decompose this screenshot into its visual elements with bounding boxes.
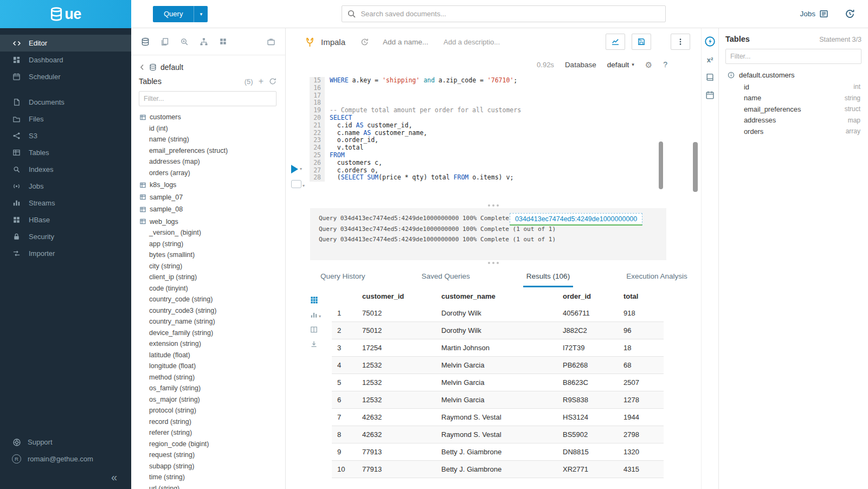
tree-item[interactable]: name (string): [139, 134, 277, 145]
sidebar-item-s3[interactable]: S3: [0, 127, 131, 144]
tree-item[interactable]: country_code3 (string): [139, 305, 277, 317]
query-name-input[interactable]: [383, 38, 441, 46]
download-icon[interactable]: [310, 340, 318, 348]
results-column-header[interactable]: total: [618, 287, 664, 305]
column-item[interactable]: name string: [725, 93, 861, 104]
tree-item[interactable]: addresses (map): [139, 156, 277, 168]
support-link[interactable]: Support: [0, 434, 131, 451]
tree-item[interactable]: sample_08: [139, 204, 277, 215]
database-select[interactable]: default: [607, 61, 634, 69]
tree-item[interactable]: subapp (string): [139, 461, 277, 472]
editor-menu-button[interactable]: [291, 180, 305, 188]
tree-item[interactable]: k8s_logs: [139, 179, 277, 191]
column-item[interactable]: id int: [725, 81, 861, 93]
functions-icon[interactable]: x²: [707, 56, 713, 64]
tree-item[interactable]: record (string): [139, 416, 277, 428]
code-line[interactable]: 20SELECT: [310, 114, 701, 122]
query-id-popover[interactable]: 034d413ec7474ed5:4249de1000000000: [510, 213, 642, 226]
save-button[interactable]: [632, 34, 651, 50]
execute-options-caret[interactable]: [300, 167, 302, 171]
documents-assist-icon[interactable]: [160, 37, 169, 46]
columns-view-icon[interactable]: [310, 326, 318, 333]
sidebar-item-indexes[interactable]: Indexes: [0, 161, 131, 178]
grid-view-icon[interactable]: [310, 296, 318, 304]
tree-item[interactable]: customers: [139, 112, 277, 123]
tree-item[interactable]: web_logs: [139, 216, 277, 228]
collapse-sidebar-button[interactable]: «: [111, 472, 117, 482]
query-button[interactable]: Query: [153, 6, 194, 22]
sitemap-icon[interactable]: [200, 37, 208, 46]
user-account-link[interactable]: R romain@gethue.com: [0, 451, 131, 467]
sidebar-item-tables[interactable]: Tables: [0, 144, 131, 161]
query-history-icon[interactable]: [845, 9, 855, 19]
code-line[interactable]: 24 v.total: [310, 144, 701, 152]
database-breadcrumb[interactable]: default: [139, 63, 277, 72]
results-column-header[interactable]: customer_id: [357, 287, 436, 305]
tree-item[interactable]: country_code (string): [139, 294, 277, 305]
jobs-link[interactable]: Jobs: [800, 9, 828, 18]
sql-editor[interactable]: 15WHERE a.key = 'shipping' and a.zip_cod…: [286, 74, 701, 203]
sidebar-item-hbase[interactable]: HBase: [0, 211, 131, 228]
tree-item[interactable]: method (string): [139, 372, 277, 383]
sidebar-item-dashboard[interactable]: Dashboard: [0, 52, 131, 68]
results-column-header[interactable]: customer_name: [436, 287, 557, 305]
tables-filter-input[interactable]: [139, 91, 277, 106]
search-plus-icon[interactable]: [180, 37, 189, 46]
tree-item[interactable]: extension (string): [139, 338, 277, 350]
code-line[interactable]: 21 c.id AS customer_id,: [310, 122, 701, 130]
tab-query-history[interactable]: Query History: [317, 272, 369, 287]
tab-execution-analysis[interactable]: Execution Analysis: [623, 272, 691, 287]
code-line[interactable]: 27 c.orders o,: [310, 167, 701, 175]
tree-item[interactable]: referer (string): [139, 427, 277, 439]
execute-button[interactable]: [291, 165, 302, 173]
code-line[interactable]: 28 (SELECT SUM(price * qty) total FROM o…: [310, 174, 701, 182]
tree-item[interactable]: email_preferences (struct): [139, 145, 277, 157]
tree-item[interactable]: orders (array): [139, 168, 277, 179]
tree-item[interactable]: os_major (string): [139, 394, 277, 406]
code-line[interactable]: 22 c.name AS customer_name,: [310, 130, 701, 137]
query-description-input[interactable]: [443, 38, 509, 46]
apps-grid-icon[interactable]: [219, 37, 227, 46]
code-line[interactable]: 23 o.order_id,: [310, 137, 701, 144]
tree-item[interactable]: request (string): [139, 449, 277, 461]
resize-grip-bottom[interactable]: [286, 260, 701, 266]
sidebar-item-security[interactable]: Security: [0, 228, 131, 245]
query-dropdown-button[interactable]: [194, 6, 208, 22]
editor-history-icon[interactable]: [361, 38, 369, 46]
tree-item[interactable]: sample_07: [139, 192, 277, 203]
panel-scrollbar[interactable]: [693, 142, 698, 192]
column-item[interactable]: email_preferences struct: [725, 104, 861, 115]
tab-results[interactable]: Results (106): [523, 272, 573, 287]
tree-item[interactable]: id (int): [139, 123, 277, 134]
hue-logo[interactable]: ue: [0, 0, 131, 28]
results-column-header[interactable]: order_id: [557, 287, 618, 305]
sidebar-item-streams[interactable]: Streams: [0, 195, 131, 211]
info-icon[interactable]: [728, 72, 735, 79]
tree-item[interactable]: os_family (string): [139, 383, 277, 394]
tree-item[interactable]: region_code (bigint): [139, 439, 277, 450]
sidebar-item-importer[interactable]: Importer: [0, 245, 131, 262]
sidebar-item-files[interactable]: Files: [0, 111, 131, 127]
right-filter-input[interactable]: [725, 49, 861, 64]
column-item[interactable]: orders array: [725, 126, 861, 137]
editor-scrollbar[interactable]: [659, 141, 663, 189]
assistant-icon[interactable]: [704, 36, 716, 47]
schedule-icon[interactable]: [705, 91, 715, 100]
refresh-tables-icon[interactable]: [269, 78, 277, 85]
code-line[interactable]: 16: [310, 85, 701, 92]
tree-item[interactable]: country_name (string): [139, 316, 277, 327]
sidebar-item-editor[interactable]: Editor: [0, 35, 131, 52]
tree-item[interactable]: time (string): [139, 472, 277, 483]
chart-view-icon[interactable]: [310, 311, 321, 319]
code-line[interactable]: 26 customers c,: [310, 159, 701, 167]
code-line[interactable]: 15WHERE a.key = 'shipping' and a.zip_cod…: [310, 77, 701, 85]
tree-item[interactable]: url (string): [139, 483, 277, 489]
sidebar-item-documents[interactable]: Documents: [0, 94, 131, 111]
global-search-input[interactable]: [342, 5, 666, 22]
tree-item[interactable]: _version_ (bigint): [139, 227, 277, 239]
more-options-button[interactable]: [671, 34, 690, 50]
help-icon[interactable]: ?: [663, 60, 667, 69]
code-line[interactable]: 25FROM: [310, 152, 701, 159]
sidebar-item-scheduler[interactable]: Scheduler: [0, 68, 131, 85]
add-table-button[interactable]: +: [259, 77, 263, 86]
